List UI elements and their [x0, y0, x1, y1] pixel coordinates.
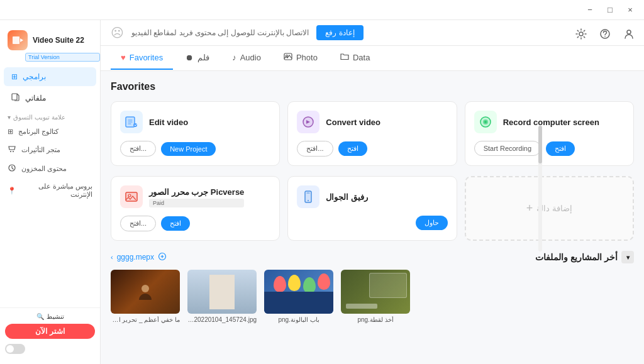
svg-marker-1	[20, 38, 23, 42]
catalog-icon: ⊞	[8, 128, 13, 136]
app-container: Video Suite 22 Trial Version برامجي ⊞ مل…	[0, 20, 644, 364]
phone-actions: حاول	[297, 216, 447, 230]
picverse-open-button[interactable]: افتح...	[120, 216, 156, 231]
sidebar: Video Suite 22 Trial Version برامجي ⊞ مل…	[0, 20, 101, 364]
settings-icon[interactable]	[571, 24, 591, 44]
recent-file-link[interactable]: gggg.mepx ›	[111, 252, 167, 262]
picverse-actions: افتح... افتح	[120, 216, 270, 231]
scroll-indicator[interactable]	[538, 126, 542, 251]
user-icon[interactable]	[619, 24, 639, 44]
thumbnail-label-4: أخذ لقطة.png	[357, 316, 393, 323]
catalog-label: كتالوج البرنامج	[18, 128, 58, 136]
thumbnail-label-1: ما خفي أعظم _ تحرير الحريم المكي... هل ه…	[111, 316, 180, 323]
chevron-down-icon: ▾	[8, 114, 11, 121]
app-logo-icon	[8, 30, 28, 50]
heart-icon: ♥	[121, 53, 126, 62]
live-icon: 📍	[8, 187, 16, 195]
card-phone-header: رفيق الجوال	[297, 185, 447, 208]
card-edit-header: Edit video	[120, 111, 270, 133]
audio-icon: ♪	[232, 53, 236, 62]
thumbnails-row: ما خفي أعظم _ تحرير الحريم المكي... هل ه…	[111, 270, 634, 323]
content-label: محتوى المخزون	[21, 165, 67, 173]
programs-icon: ⊞	[11, 72, 18, 81]
edit-video-open-button[interactable]: افتح...	[120, 141, 156, 157]
thumbnail-label-3: باب البالونة.png	[278, 316, 319, 323]
recent-title: ▾ أخر المشاريع والملفات	[535, 251, 634, 263]
edit-video-actions: افتح... New Project	[120, 141, 270, 157]
trial-badge: Trial Version	[25, 53, 100, 62]
card-convert-header: Convert video	[297, 111, 447, 133]
tab-photo[interactable]: Photo	[274, 46, 328, 70]
thumbnail-img-2	[187, 270, 257, 314]
folder-icon	[340, 52, 349, 63]
picverse-title: جرب محرر الصور Picverse	[149, 187, 244, 197]
svg-point-26	[308, 200, 309, 201]
programs-label: برامجي	[23, 72, 46, 81]
live-label: بروس مباشرة على الإنترنت	[21, 182, 92, 199]
content-area: Favorites	[101, 71, 644, 364]
titlebar: − □ ×	[0, 0, 644, 20]
svg-point-6	[579, 32, 583, 36]
record-screen-action-button[interactable]: افتح	[546, 141, 575, 156]
film-icon: ⏺	[186, 53, 194, 62]
photo-icon	[284, 52, 292, 63]
convert-video-action-button[interactable]: افتح	[338, 141, 367, 156]
card-picverse: جرب محرر الصور Picverse Paid افتح... افت…	[111, 176, 280, 241]
titlebar-controls: − □ ×	[581, 1, 639, 19]
sidebar-item-catalog[interactable]: كتالوج البرنامج ⊞	[0, 123, 100, 140]
start-recording-button[interactable]: Start Recording	[474, 141, 541, 156]
arrow-right-icon: ›	[111, 253, 113, 261]
thumbnail-img-1	[111, 270, 180, 314]
svg-point-14	[133, 123, 137, 127]
plus-icon: +	[526, 202, 533, 215]
picverse-action-button[interactable]: افتح	[161, 216, 190, 231]
section-title-favorites: Favorites	[111, 81, 634, 92]
files-label: ملفاتي	[25, 94, 46, 102]
thumbnail-item-3[interactable]: باب البالونة.png	[264, 270, 333, 323]
buy-now-button[interactable]: اشتر الآن	[5, 324, 95, 339]
svg-point-28	[142, 285, 149, 292]
svg-point-20	[484, 121, 487, 123]
tab-data[interactable]: Data	[330, 46, 380, 70]
sidebar-item-store[interactable]: متجر التأثيرات	[0, 140, 100, 159]
main-content: إعادة رفع الاتصال بالإنترنت للوصول إلى م…	[101, 20, 644, 364]
store-label: متجر التأثيرات	[21, 146, 60, 154]
maximize-button[interactable]: □	[601, 1, 619, 19]
sidebar-logo: Video Suite 22	[0, 25, 100, 53]
close-button[interactable]: ×	[621, 1, 639, 19]
help-icon[interactable]	[595, 24, 615, 44]
svg-rect-2	[12, 94, 17, 100]
card-record-screen: Record computer screen Start Recording ا…	[465, 101, 634, 166]
sidebar-item-live[interactable]: بروس مباشرة على الإنترنت 📍	[0, 178, 100, 203]
tab-film[interactable]: ⏺ فلم	[175, 47, 219, 70]
thumbnail-item-1[interactable]: ما خفي أعظم _ تحرير الحريم المكي... هل ه…	[111, 270, 180, 323]
toggle-switch[interactable]	[5, 344, 25, 354]
header-icons	[571, 24, 639, 44]
sidebar-item-content[interactable]: محتوى المخزون	[0, 159, 100, 178]
convert-video-icon	[297, 111, 319, 133]
sidebar-item-files[interactable]: ملفاتي	[4, 87, 96, 108]
thumbnail-img-4	[341, 270, 410, 314]
thumbnail-item-4[interactable]: أخذ لقطة.png	[341, 270, 410, 323]
files-icon	[11, 92, 20, 103]
refresh-button[interactable]: إعادة رفع	[316, 25, 363, 40]
phone-title: رفيق الجوال	[326, 192, 368, 202]
app-logo-text: Video Suite 22	[33, 36, 84, 45]
recent-section: ▾ أخر المشاريع والملفات gggg.mepx ›	[111, 251, 634, 323]
tab-audio[interactable]: ♪ Audio	[222, 47, 271, 70]
sidebar-section-title: علامة تبويب التسوق ▾	[0, 109, 100, 123]
minimize-button[interactable]: −	[581, 1, 599, 19]
sidebar-bottom: 🔍 تنشيط اشتر الآن	[0, 307, 100, 359]
cards-grid-row2: جرب محرر الصور Picverse Paid افتح... افت…	[111, 176, 634, 241]
sidebar-item-programs[interactable]: برامجي ⊞	[4, 67, 96, 86]
svg-point-4	[13, 151, 14, 152]
thumbnail-item-2[interactable]: IMG_20220104_145724.jpg	[187, 270, 257, 323]
phone-action-button[interactable]: حاول	[416, 216, 448, 230]
tab-favorites[interactable]: ♥ Favorites	[111, 47, 173, 70]
file-icon	[158, 252, 167, 262]
search-icon: 🔍	[36, 313, 44, 320]
card-add-placeholder[interactable]: + إضافة دالة	[465, 176, 634, 241]
convert-video-open-button[interactable]: افتح...	[297, 141, 333, 157]
edit-video-new-button[interactable]: New Project	[161, 142, 216, 156]
content-icon	[8, 163, 16, 174]
